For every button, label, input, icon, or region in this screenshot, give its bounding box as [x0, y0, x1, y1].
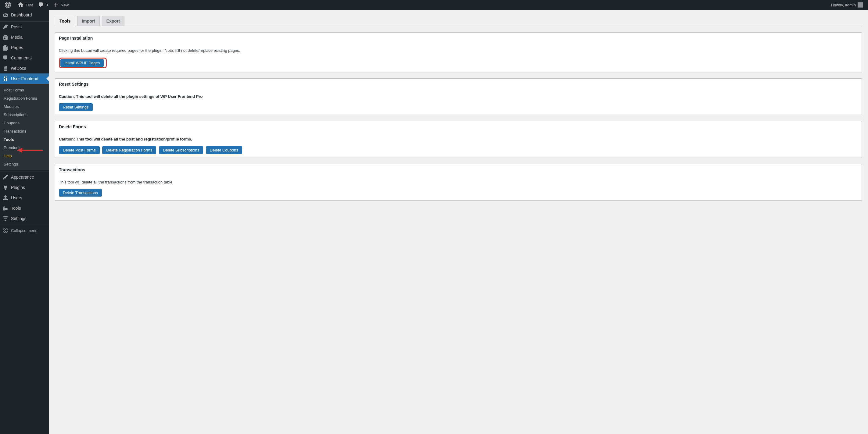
submenu-tools[interactable]: Tools [0, 135, 49, 143]
comment-icon [38, 2, 44, 8]
plugins-icon [2, 185, 8, 191]
menu-media[interactable]: Media [0, 32, 49, 42]
tab-tools[interactable]: Tools [55, 16, 75, 26]
submenu-user-frontend: Post Forms Registration Forms Modules Su… [0, 84, 49, 170]
menu-label: Pages [11, 45, 23, 50]
menu-label: Settings [11, 216, 27, 221]
admin-menu: Dashboard Posts Media Pages Comments weD… [0, 10, 49, 434]
collapse-menu[interactable]: Collapse menu [0, 225, 49, 236]
menu-label: Plugins [11, 185, 25, 190]
delete-transactions-button[interactable]: Delete Transactions [59, 189, 102, 197]
collapse-icon [2, 227, 8, 233]
menu-posts[interactable]: Posts [0, 22, 49, 32]
section-title: Delete Forms [55, 121, 862, 132]
tools-icon [2, 205, 8, 211]
menu-label: User Frontend [11, 76, 38, 81]
section-title: Page Installation [55, 33, 862, 43]
section-transactions: Transactions This tool will delete all t… [55, 164, 862, 201]
menu-plugins[interactable]: Plugins [0, 182, 49, 193]
menu-appearance[interactable]: Appearance [0, 172, 49, 182]
section-description: This tool will delete all the transactio… [59, 179, 858, 185]
howdy-text: Howdy, admin [831, 3, 856, 7]
user-frontend-icon [2, 75, 8, 82]
comments-link[interactable]: 0 [35, 0, 50, 10]
collapse-label: Collapse menu [11, 228, 37, 233]
section-delete-forms: Delete Forms Caution: This tool will del… [55, 121, 862, 158]
menu-label: Posts [11, 24, 22, 29]
section-title: Reset Settings [55, 79, 862, 90]
menu-label: Tools [11, 206, 21, 210]
wordpress-icon [5, 2, 11, 8]
delete-subscriptions-button[interactable]: Delete Subscriptions [159, 146, 203, 154]
submenu-premium[interactable]: Premium [0, 143, 49, 152]
site-name-link[interactable]: Test [15, 0, 35, 10]
comments-count: 0 [46, 3, 48, 7]
submenu-transactions[interactable]: Transactions [0, 127, 49, 135]
appearance-icon [2, 174, 8, 180]
settings-icon [2, 215, 8, 222]
delete-coupons-button[interactable]: Delete Coupons [206, 146, 242, 154]
menu-users[interactable]: Users [0, 193, 49, 203]
tab-export[interactable]: Export [102, 16, 124, 26]
section-page-installation: Page Installation Clicking this button w… [55, 32, 862, 72]
avatar [858, 2, 863, 8]
svg-point-0 [3, 228, 8, 233]
submenu-help[interactable]: Help [0, 152, 49, 160]
submenu-settings[interactable]: Settings [0, 160, 49, 168]
menu-label: Dashboard [11, 12, 32, 18]
menu-tools[interactable]: Tools [0, 203, 49, 213]
menu-label: Comments [11, 56, 32, 60]
submenu-coupons[interactable]: Coupons [0, 119, 49, 127]
section-title: Transactions [55, 164, 862, 175]
menu-label: weDocs [11, 66, 26, 71]
section-reset-settings: Reset Settings Caution: This tool will d… [55, 78, 862, 115]
pin-icon [2, 24, 8, 30]
pages-icon [2, 44, 8, 51]
site-name: Test [26, 3, 33, 7]
delete-post-forms-button[interactable]: Delete Post Forms [59, 146, 100, 154]
tab-import[interactable]: Import [77, 16, 100, 26]
users-icon [2, 195, 8, 201]
reset-settings-button[interactable]: Reset Settings [59, 103, 93, 111]
media-icon [2, 34, 8, 40]
install-wpuf-pages-button[interactable]: Install WPUF Pages [60, 59, 104, 67]
content-area: Tools Import Export Page Installation Cl… [49, 0, 868, 201]
menu-label: Users [11, 195, 22, 200]
menu-pages[interactable]: Pages [0, 42, 49, 53]
highlight-annotation: Install WPUF Pages [59, 58, 107, 68]
menu-dashboard[interactable]: Dashboard [0, 10, 49, 20]
menu-wedocs[interactable]: weDocs [0, 63, 49, 73]
section-description: Caution: This tool will delete all the p… [59, 94, 203, 99]
plus-icon [53, 2, 59, 8]
section-description: Caution: This tool will delete all the p… [59, 137, 192, 141]
menu-label: Appearance [11, 175, 34, 179]
menu-user-frontend[interactable]: User Frontend [0, 73, 49, 84]
nav-tabs: Tools Import Export [55, 16, 862, 26]
delete-registration-forms-button[interactable]: Delete Registration Forms [102, 146, 156, 154]
dashboard-icon [2, 12, 8, 18]
new-label: New [61, 3, 69, 7]
admin-bar: Test 0 New Howdy, admin [0, 0, 868, 10]
submenu-modules[interactable]: Modules [0, 102, 49, 111]
wp-logo[interactable] [2, 0, 15, 10]
section-description: Clicking this button will create require… [59, 47, 858, 54]
submenu-post-forms[interactable]: Post Forms [0, 86, 49, 94]
home-icon [18, 2, 24, 8]
menu-label: Media [11, 35, 23, 40]
submenu-registration-forms[interactable]: Registration Forms [0, 94, 49, 102]
document-icon [2, 65, 8, 71]
menu-comments[interactable]: Comments [0, 53, 49, 63]
comment-icon [2, 55, 8, 61]
menu-settings[interactable]: Settings [0, 213, 49, 224]
my-account-link[interactable]: Howdy, admin [829, 0, 866, 10]
submenu-subscriptions[interactable]: Subscriptions [0, 111, 49, 119]
new-content-link[interactable]: New [50, 0, 71, 10]
